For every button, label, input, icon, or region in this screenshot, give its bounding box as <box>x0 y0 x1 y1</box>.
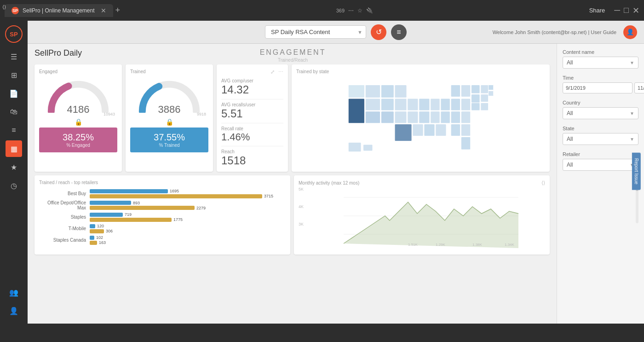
minimize-button[interactable]: ─ <box>614 6 620 16</box>
y-label: 4K <box>299 204 304 209</box>
bar-blue-val: 719 <box>125 212 132 217</box>
date-end-input[interactable] <box>634 82 644 93</box>
us-map <box>296 76 545 162</box>
browser-menu-icon[interactable]: ⋯ <box>348 7 354 14</box>
sidebar-logo[interactable]: SP <box>5 25 23 43</box>
sidebar-item-history[interactable]: ◷ <box>6 177 22 194</box>
bar-gold <box>90 241 97 245</box>
sidebar-item-analytics[interactable]: ▦ <box>6 140 22 157</box>
y-label: 3K <box>299 222 304 226</box>
stats-more-icon[interactable]: ⋯ <box>278 69 283 75</box>
svg-rect-27 <box>481 94 489 102</box>
svg-text:1.34K: 1.34K <box>505 243 515 247</box>
bar-gold <box>90 194 262 198</box>
svg-rect-3 <box>395 85 407 98</box>
browser-extensions: 🔌 <box>366 7 373 14</box>
sidebar-item-list[interactable]: 📄 <box>6 85 22 102</box>
bookmark-icon[interactable]: ☆ <box>357 7 362 14</box>
svg-rect-33 <box>424 124 435 136</box>
bar-blue-val: 120 <box>97 224 104 228</box>
svg-text:1.29K: 1.29K <box>436 243 446 247</box>
svg-text:1.38K: 1.38K <box>472 243 483 247</box>
date-range: 📅 <box>563 82 638 93</box>
trained-pct-value: 37.55% <box>134 132 205 143</box>
bar-label: Staples <box>39 214 90 220</box>
browser-controls: 369 ⋯ ☆ 🔌 <box>336 7 373 14</box>
close-window-button[interactable]: ✕ <box>632 6 639 16</box>
retailer-select[interactable]: All ▼ <box>563 159 638 171</box>
dashboard: SellPro Daily ENGAGEMENT Trained/Reach ⟨… <box>28 44 644 324</box>
svg-rect-39 <box>489 91 494 96</box>
svg-rect-36 <box>348 142 361 151</box>
sidebar-item-menu[interactable]: ☰ <box>6 48 22 65</box>
svg-rect-6 <box>395 99 407 110</box>
engaged-label: Engaged <box>39 69 117 74</box>
avg-recalls-item: AVG recalls/user 5.51 <box>221 102 283 120</box>
sidebar-item-profile[interactable]: 👤 <box>6 302 22 319</box>
bar-blue-val: 1695 <box>170 189 179 193</box>
svg-rect-19 <box>441 111 450 123</box>
country-select[interactable]: All ▼ <box>563 107 638 119</box>
sidebar-item-team[interactable]: 👥 <box>6 284 22 301</box>
svg-rect-38 <box>489 85 494 90</box>
date-start-input[interactable] <box>563 82 632 93</box>
new-tab-button[interactable]: + <box>115 6 121 15</box>
bar-label: Best Buy <box>39 191 90 196</box>
bar-gold-val: 163 <box>99 240 106 245</box>
bar-gold-val: 1775 <box>173 217 183 222</box>
sidebar-item-grid[interactable]: ⊞ <box>6 67 22 83</box>
svg-rect-17 <box>441 99 450 110</box>
tab-close-button[interactable]: ✕ <box>101 7 106 14</box>
avg-recalls-label: AVG recalls/user <box>221 102 283 107</box>
user-avatar[interactable]: 👤 <box>623 25 637 39</box>
bar-blue-val: 893 <box>133 201 140 205</box>
filter-button[interactable]: ≡ <box>391 24 407 40</box>
tab-title: SellPro | Online Management <box>23 7 95 14</box>
svg-rect-8 <box>365 111 380 123</box>
state-select[interactable]: All ▼ <box>563 133 638 145</box>
avg-comp-label: AVG comp/user <box>221 78 283 83</box>
svg-rect-13 <box>419 99 430 110</box>
table-row: Office Depot/Office Max 893 2279 <box>39 200 286 210</box>
share-button[interactable]: Share <box>589 7 605 14</box>
dashboard-title: SellPro Daily <box>34 48 82 58</box>
stats-expand-icon[interactable]: ⤢ <box>270 69 275 75</box>
bar-gold-val: 2279 <box>196 206 206 210</box>
table-row: T-Mobile 120 306 <box>39 224 286 233</box>
svg-rect-0 <box>348 85 364 98</box>
reach-label: Reach <box>221 149 283 154</box>
sidebar-item-favorites[interactable]: ★ <box>6 159 22 175</box>
svg-rect-41 <box>481 103 489 110</box>
bar-label: Office Depot/Office Max <box>39 200 90 210</box>
browser-chrome: SP SellPro | Online Management ✕ + 369 ⋯… <box>0 0 644 21</box>
line-chart-card: Monthly activity (max 12 mos) ⟨⟩ 5K 4K 3… <box>294 175 550 255</box>
sidebar-item-lines[interactable]: ≡ <box>6 122 22 139</box>
engagement-subtitle: Trained/Reach <box>278 58 308 63</box>
chart-expand-icon[interactable]: ⟨⟩ <box>541 180 545 186</box>
svg-rect-25 <box>481 85 489 94</box>
svg-rect-26 <box>472 94 480 103</box>
app-layout: SP ☰ ⊞ 📄 🛍 ≡ ▦ ★ ◷ 👥 👤 SP Daily RSA Cont… <box>0 21 644 324</box>
table-row: Staples Canada 102 163 <box>39 235 286 245</box>
content-name-select[interactable]: All ▼ <box>563 57 638 69</box>
svg-rect-34 <box>436 124 446 136</box>
refresh-button[interactable]: ↺ <box>371 24 386 40</box>
bar-gold <box>90 218 172 222</box>
svg-rect-4 <box>365 99 380 110</box>
maximize-button[interactable]: □ <box>624 6 629 16</box>
chevron-down-icon: ▼ <box>630 60 634 65</box>
svg-rect-11 <box>395 124 412 141</box>
recall-rate-label: Recall rate <box>221 126 283 131</box>
bar-chart-title: Trained / reach - top retailers <box>39 180 286 185</box>
content-selector[interactable]: SP Daily RSA Content <box>265 25 366 39</box>
browser-tab[interactable]: SP SellPro | Online Management ✕ <box>5 4 113 17</box>
address-display: 369 <box>336 8 345 13</box>
svg-rect-28 <box>451 111 460 123</box>
report-issue-tab[interactable]: Report Issue <box>632 152 641 190</box>
bar-blue <box>90 189 168 193</box>
svg-rect-12 <box>408 99 418 110</box>
state-label: State <box>563 126 638 131</box>
country-label: Country <box>563 100 638 105</box>
svg-text:1.51K: 1.51K <box>408 243 418 247</box>
sidebar-item-shop[interactable]: 🛍 <box>6 104 22 120</box>
